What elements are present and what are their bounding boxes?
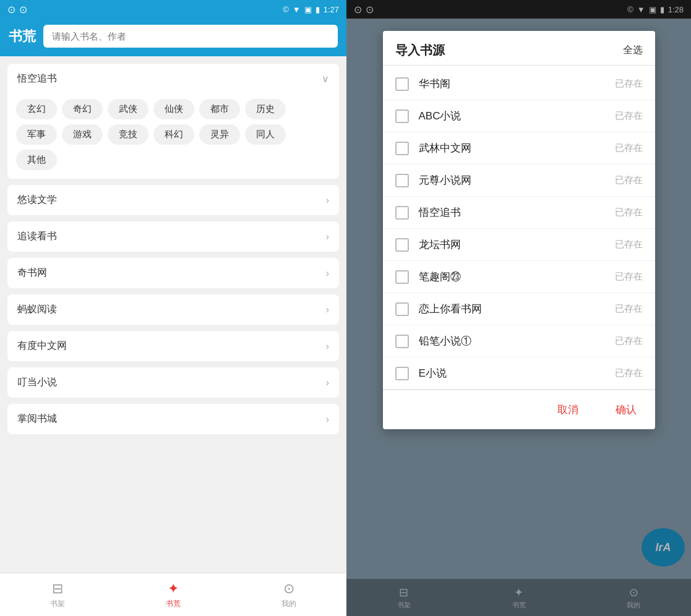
source-qishu: 奇书网 › [7,258,339,288]
left-status-icons: ⊙ ⊙ [7,4,27,15]
source-qishu-header[interactable]: 奇书网 › [7,258,339,288]
dialog-item-status-1: 已存在 [615,110,643,122]
checkbox-5[interactable] [395,238,409,252]
dialog-item-1: ABC小说 已存在 [383,100,655,132]
app-icon-1: ⊙ [7,4,15,15]
tag-wuxia[interactable]: 武侠 [108,99,148,119]
dialog-item-left-4: 悟空追书 [395,205,461,220]
dialog-item-left-8: 铅笔小说① [395,334,471,348]
source-zhuidu: 追读看书 › [7,221,339,252]
tag-qihuan[interactable]: 奇幻 [62,99,103,119]
tag-jingji[interactable]: 竞技 [108,124,148,145]
tag-xianxia[interactable]: 仙侠 [153,99,194,119]
dialog-item-9: E小说 已存在 [383,357,655,390]
dialog-item-left-0: 华书阁 [395,77,450,91]
nav-bookshelf-label: 书架 [50,599,65,609]
source-zhangyue-header[interactable]: 掌阅书城 › [7,404,339,434]
checkbox-6[interactable] [395,270,409,284]
source-youdu-header[interactable]: 悠读文学 › [7,185,339,215]
tag-lishi[interactable]: 历史 [245,99,286,119]
tag-junshi[interactable]: 军事 [16,124,57,145]
checkbox-1[interactable] [395,109,409,123]
source-zhuidu-header[interactable]: 追读看书 › [7,221,339,252]
dialog-item-name-1: ABC小说 [419,109,461,123]
signal-icon: ▣ [304,5,312,14]
dialog-item-status-6: 已存在 [615,271,643,283]
source-wukong-title: 悟空追书 [17,72,57,85]
checkbox-0[interactable] [395,77,409,91]
dialog-item-2: 武林中文网 已存在 [383,132,655,165]
chevron-right-icon-3: › [326,268,329,279]
dialog-item-0: 华书阁 已存在 [383,68,655,100]
chevron-down-icon: ∨ [322,73,329,85]
dialog-item-left-6: 笔趣阁㉓ [395,270,461,284]
dialog-item-status-0: 已存在 [615,78,643,90]
cancel-button[interactable]: 取消 [551,399,585,421]
dialog-header: 导入书源 全选 [383,31,655,65]
source-wukong-header[interactable]: 悟空追书 ∨ [7,64,339,94]
time-left: 1:27 [324,5,339,14]
dialog-item-left-9: E小说 [395,366,447,380]
dialog-item-3: 元尊小说网 已存在 [383,165,655,197]
tag-lingyi[interactable]: 灵异 [199,124,240,145]
nav-shuhuang[interactable]: ✦ 书荒 [116,573,231,616]
checkbox-2[interactable] [395,142,409,155]
source-youdu: 悠读文学 › [7,185,339,215]
checkbox-3[interactable] [395,174,409,187]
tag-kehuan[interactable]: 科幻 [153,124,194,145]
confirm-button[interactable]: 确认 [609,399,643,421]
dialog-item-name-4: 悟空追书 [419,205,461,220]
dialog-list: 华书阁 已存在 ABC小说 已存在 武林中文网 已存在 [383,68,655,390]
search-input[interactable] [43,25,338,48]
copyright-icon: © [283,5,289,14]
source-mayi-header[interactable]: 蚂蚁阅读 › [7,294,339,325]
source-zhangyue: 掌阅书城 › [7,404,339,434]
dialog-item-name-7: 恋上你看书网 [419,302,482,316]
nav-shuhuang-label: 书荒 [166,599,181,609]
dialog-item-4: 悟空追书 已存在 [383,197,655,229]
dialog-overlay: 导入书源 全选 华书阁 已存在 ABC小说 [346,0,691,616]
tag-tongren[interactable]: 同人 [245,124,286,145]
dialog-item-6: 笔趣阁㉓ 已存在 [383,261,655,293]
source-youdu-title: 悠读文学 [17,194,57,207]
dialog-item-name-0: 华书阁 [419,77,450,91]
select-all-button[interactable]: 全选 [623,44,643,57]
dialog-item-left-3: 元尊小说网 [395,173,471,187]
mine-icon: ⊙ [283,581,294,597]
source-zhuidu-title: 追读看书 [17,230,57,243]
chevron-right-icon-1: › [326,195,329,206]
chevron-right-icon-2: › [326,231,329,242]
chevron-right-icon-6: › [326,377,329,388]
dialog-item-5: 龙坛书网 已存在 [383,229,655,261]
checkbox-9[interactable] [395,367,409,380]
right-status-icons-left: © ▼ ▣ ▮ 1:27 [283,5,339,14]
dialog-divider [383,65,655,66]
tags-container: 玄幻 奇幻 武侠 仙侠 都市 历史 军事 游戏 竞技 科幻 灵异 同人 其他 [7,94,339,179]
nav-mine[interactable]: ⊙ 我的 [231,573,346,616]
nav-bookshelf[interactable]: ⊟ 书架 [0,573,116,616]
shuhuang-icon: ✦ [168,581,179,597]
dialog-item-status-3: 已存在 [615,174,643,186]
dialog-bottom-divider [383,390,655,390]
chevron-right-icon-5: › [326,341,329,352]
tag-qita[interactable]: 其他 [16,150,57,170]
source-youdu2-header[interactable]: 有度中文网 › [7,331,339,361]
source-zhangyue-title: 掌阅书城 [17,413,57,426]
source-dingdang-header[interactable]: 叮当小说 › [7,367,339,398]
checkbox-8[interactable] [395,335,409,348]
source-dingdang: 叮当小说 › [7,367,339,398]
source-youdu2-title: 有度中文网 [17,340,67,353]
tag-youxi[interactable]: 游戏 [62,124,103,145]
source-youdu2: 有度中文网 › [7,331,339,361]
dialog-item-name-6: 笔趣阁㉓ [419,270,461,284]
dialog-item-8: 铅笔小说① 已存在 [383,325,655,357]
right-panel: ⊙ ⊙ © ▼ ▣ ▮ 1:28 IrA ⊟ 书架 ✦ 书荒 ⊙ 我的 [346,0,691,616]
checkbox-4[interactable] [395,206,409,220]
tag-xuanhuan[interactable]: 玄幻 [16,99,57,119]
tag-dushi[interactable]: 都市 [199,99,240,119]
dialog-item-name-2: 武林中文网 [419,141,471,155]
dialog-item-left-1: ABC小说 [395,109,461,123]
chevron-right-icon-4: › [326,304,329,315]
source-wukong: 悟空追书 ∨ 玄幻 奇幻 武侠 仙侠 都市 历史 军事 游戏 竞技 科幻 灵异 … [7,64,339,179]
checkbox-7[interactable] [395,302,409,316]
